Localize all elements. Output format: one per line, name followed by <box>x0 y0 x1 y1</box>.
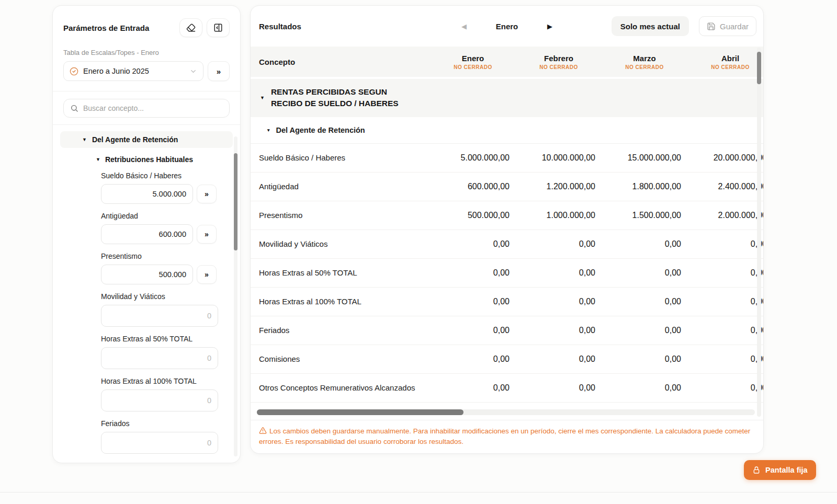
month-column-header-febrero: FebreroNO CERRADO <box>516 54 602 70</box>
lock-icon <box>752 466 761 474</box>
parameter-field: Sueldo Básico / Haberes» <box>101 171 218 204</box>
value-cell: 0,00 <box>687 354 764 364</box>
value-cell: 0,00 <box>516 239 602 249</box>
value-cell: 0,00 <box>516 268 602 278</box>
value-cell: 1.500.000,00 <box>602 211 687 220</box>
open-scale-table-button[interactable]: » <box>208 61 230 81</box>
concept-cell: Antigüedad <box>251 182 430 191</box>
tree-group-label: Del Agente de Retención <box>92 135 178 144</box>
value-cell: 2.000.000,00 <box>687 211 764 220</box>
caret-down-icon: ▼ <box>260 96 265 100</box>
value-cell: 0,00 <box>602 297 687 306</box>
collapse-sidebar-button[interactable] <box>207 18 230 37</box>
month-navigation: ◀ Enero ▶ <box>459 21 555 32</box>
value-cell: 2.400.000,00 <box>687 182 764 191</box>
field-input[interactable] <box>101 305 218 327</box>
value-cell: 1.800.000,00 <box>602 182 687 191</box>
field-input[interactable] <box>101 432 218 454</box>
month-status-badge: NO CERRADO <box>602 64 687 70</box>
concept-cell: Feriados <box>251 326 430 335</box>
value-cell: 0,00 <box>430 268 516 278</box>
save-button[interactable]: Guardar <box>699 16 756 36</box>
value-cell: 0,00 <box>516 326 602 335</box>
value-cell: 0,00 <box>602 383 687 393</box>
value-cell: 0,00 <box>687 326 764 335</box>
expand-field-button[interactable]: » <box>197 185 217 203</box>
value-cell: 500.000,00 <box>430 211 516 220</box>
results-header: Resultados ◀ Enero ▶ Solo mes actual Gua… <box>251 6 763 47</box>
concept-search-box <box>63 99 230 118</box>
expand-field-button[interactable]: » <box>197 225 217 244</box>
fixed-screen-button[interactable]: Pantalla fija <box>744 460 816 480</box>
month-status-badge: NO CERRADO <box>516 64 602 70</box>
warning-triangle-icon <box>259 427 267 434</box>
field-input[interactable] <box>101 390 218 411</box>
concept-cell: Horas Extras al 100% TOTAL <box>251 297 430 306</box>
month-column-header-abril: AbrilNO CERRADO <box>687 54 764 70</box>
chevrons-right-icon: » <box>205 230 209 238</box>
tree-group-del-agente-de-retencion[interactable]: ▼ Del Agente de Retención <box>60 131 233 148</box>
value-cell: 0,00 <box>430 297 516 306</box>
parameter-field: Movilidad y Viáticos <box>101 292 218 327</box>
table-row: Movilidad y Viáticos0,000,000,000,00 <box>251 230 764 259</box>
section-rentas-percibidas[interactable]: ▼ RENTAS PERCIBIDAS SEGUN RECIBO DE SUEL… <box>251 79 764 117</box>
parameter-field: Feriados <box>101 419 218 454</box>
warning-text: Los cambios deben guardarse manualmente.… <box>259 427 750 445</box>
scale-table-select[interactable]: Enero a Junio 2025 <box>63 61 203 81</box>
sidebar-scrollbar-thumb[interactable] <box>234 153 237 250</box>
field-label: Horas Extras al 50% TOTAL <box>101 335 218 343</box>
parameters-tree: ▼ Del Agente de Retención ▼ Retribucione… <box>53 124 240 454</box>
field-label: Horas Extras al 100% TOTAL <box>101 377 218 385</box>
tree-group-retribuciones-habituales[interactable]: ▼ Retribuciones Habituales <box>53 155 240 164</box>
field-input[interactable] <box>101 265 193 284</box>
concept-cell: Movilidad y Viáticos <box>251 239 430 248</box>
subsection-del-agente-de-retencion[interactable]: ▼ Del Agente de Retención <box>251 117 764 144</box>
table-row: Feriados0,000,000,000,00 <box>251 316 764 345</box>
month-name: Marzo <box>602 54 687 63</box>
value-cell: 0,00 <box>430 354 516 364</box>
value-cell: 10.000.000,00 <box>516 153 602 163</box>
value-cell: 0,00 <box>430 239 516 249</box>
search-icon <box>70 104 78 112</box>
clear-values-button[interactable] <box>179 18 202 37</box>
subsection-title: Del Agente de Retención <box>276 126 365 134</box>
value-cell: 20.000.000,00 <box>687 153 764 163</box>
value-cell: 0,00 <box>687 268 764 278</box>
field-label: Presentismo <box>101 252 218 260</box>
field-label: Antigüedad <box>101 212 218 220</box>
current-month-only-button[interactable]: Solo mes actual <box>612 16 689 36</box>
month-name: Febrero <box>516 54 602 63</box>
expand-field-button[interactable]: » <box>197 265 217 284</box>
search-input[interactable] <box>83 104 223 112</box>
caret-down-icon: ▼ <box>82 138 87 142</box>
field-input[interactable] <box>101 224 193 244</box>
month-column-header-marzo: MarzoNO CERRADO <box>602 54 687 70</box>
divider <box>53 91 240 91</box>
concept-cell: Comisiones <box>251 354 430 363</box>
value-cell: 0,00 <box>687 239 764 249</box>
panel-left-close-icon <box>213 23 223 32</box>
table-row: Otros Conceptos Remunerativos Alcanzados… <box>251 374 764 403</box>
input-parameters-panel: Parámetros de Entrada Tabla de Escalas/T… <box>52 5 241 463</box>
field-input[interactable] <box>101 184 193 204</box>
next-month-button[interactable]: ▶ <box>545 21 555 32</box>
previous-month-button[interactable]: ◀ <box>459 21 469 32</box>
concept-cell: Otros Conceptos Remunerativos Alcanzados <box>251 383 430 392</box>
month-name: Abril <box>687 54 764 63</box>
save-button-label: Guardar <box>720 22 749 31</box>
results-panel: Resultados ◀ Enero ▶ Solo mes actual Gua… <box>250 5 764 454</box>
table-header-row: Concepto EneroNO CERRADOFebreroNO CERRAD… <box>251 47 764 79</box>
results-title: Resultados <box>259 22 301 31</box>
parameter-field: Horas Extras al 100% TOTAL <box>101 377 218 411</box>
chevrons-right-icon: » <box>205 190 209 198</box>
vertical-scrollbar-track[interactable] <box>757 48 761 417</box>
field-input[interactable] <box>101 347 218 369</box>
field-label: Sueldo Básico / Haberes <box>101 171 218 180</box>
horizontal-scrollbar-thumb[interactable] <box>257 409 463 415</box>
month-name: Enero <box>430 54 516 63</box>
vertical-scrollbar-thumb[interactable] <box>757 52 761 84</box>
value-cell: 0,00 <box>687 383 764 393</box>
scale-table-section: Tabla de Escalas/Topes - Enero Enero a J… <box>53 37 240 81</box>
table-row: Antigüedad600.000,001.200.000,001.800.00… <box>251 173 764 201</box>
value-cell: 0,00 <box>430 383 516 393</box>
